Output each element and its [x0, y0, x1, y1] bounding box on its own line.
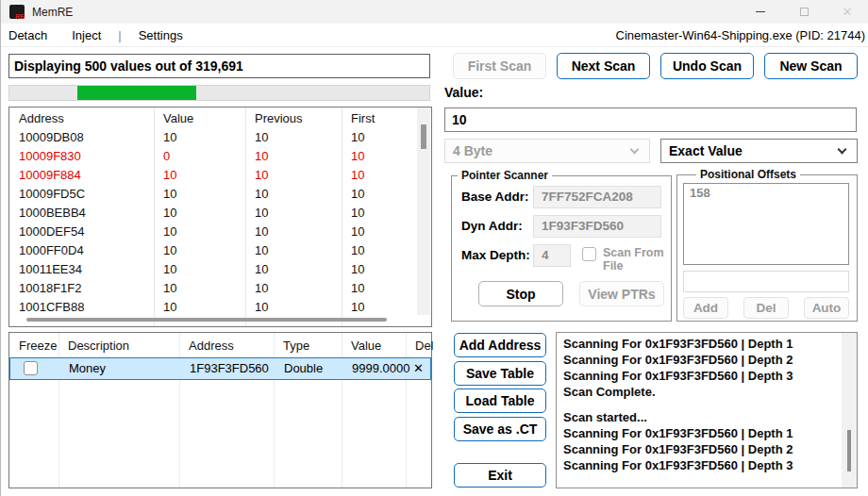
exit-button[interactable]: Exit [454, 463, 546, 488]
results-cell: 1000DEF54 [9, 223, 154, 241]
results-row[interactable]: 10009F83001010 [9, 147, 431, 166]
menu-item-detach[interactable]: Detach [5, 28, 51, 42]
results-cell: 10018F1F2 [9, 279, 154, 298]
results-row[interactable]: 1000BEBB4101010 [9, 204, 431, 223]
pointer-scanner-group: Pointer Scanner Base Addr: 7FF752FCA208 … [451, 175, 672, 322]
results-cell: 10 [154, 298, 245, 317]
value-label: Value: [444, 85, 483, 100]
scan-results-table[interactable]: Address Value Previous First 10009DB0810… [8, 107, 432, 327]
log-line: Scanning For 0x1F93F3FD560 | Depth 3 [563, 368, 850, 384]
log-line: Scanning For 0x1F93F3FD560 | Depth 2 [563, 352, 850, 368]
column-separator [245, 107, 246, 326]
delete-row-button[interactable]: ✕ [407, 358, 430, 379]
save-table-button[interactable]: Save Table [454, 361, 546, 386]
scan-from-file-checkbox[interactable] [582, 247, 596, 261]
scan-from-file-label: Scan From File [603, 246, 671, 273]
column-header-address: Address [9, 107, 154, 130]
results-cell: 1000FF0D4 [9, 241, 154, 260]
log-line: Scanning For 0x1F93F3FD560 | Depth 1 [563, 336, 850, 352]
maximize-button[interactable] [782, 0, 826, 24]
results-cell: 10 [154, 185, 245, 204]
scan-mode-dropdown[interactable]: Exact Value [660, 139, 858, 163]
column-header-value: Value [342, 333, 406, 358]
chevron-down-icon [838, 144, 847, 154]
results-cell: 10 [245, 260, 342, 279]
results-header: Address Value Previous First [9, 107, 431, 128]
results-cell: 10009F884 [9, 166, 154, 185]
freeze-checkbox[interactable] [24, 361, 38, 375]
column-separator [58, 333, 59, 488]
first-scan-button: First Scan [453, 53, 546, 79]
results-cell: 10 [245, 241, 342, 260]
dyn-addr-label: Dyn Addr: [461, 215, 523, 238]
results-cell: 10 [154, 279, 245, 298]
save-as-ct-button[interactable]: Save as .CT [454, 417, 546, 441]
results-horizontal-scrollbar[interactable] [26, 318, 387, 322]
results-row[interactable]: 10011EE34101010 [9, 260, 431, 279]
scan-log-box[interactable]: Scanning For 0x1F93F3FD560 | Depth 1Scan… [556, 332, 858, 488]
scrollbar-thumb[interactable] [847, 430, 851, 471]
offset-buttons: Add Del Auto [683, 297, 849, 319]
offset-input[interactable] [683, 271, 849, 292]
results-row[interactable]: 10009F884101010 [9, 166, 431, 185]
menubar: Detach Inject | Settings Cinemaster-Win6… [1, 24, 868, 47]
watch-table-row-selected[interactable]: Money 1F93F3FD560 Double 9999.0000 ✕ [9, 357, 431, 380]
menu-separator: | [118, 28, 121, 42]
cell-type: Double [275, 358, 342, 379]
results-row[interactable]: 1000DEF54101010 [9, 223, 431, 241]
max-depth-label: Max Depth: [461, 244, 530, 267]
minimize-button[interactable] [739, 0, 782, 24]
results-cell: 10 [245, 204, 342, 223]
results-vertical-scrollbar[interactable] [417, 107, 430, 315]
load-table-button[interactable]: Load Table [454, 389, 546, 413]
pointer-scanner-group-label: Pointer Scanner [458, 169, 552, 182]
value-input[interactable]: 10 [444, 107, 857, 132]
results-cell: 10009FD5C [9, 185, 154, 204]
results-body: 10009DB0810101010009F8300101010009F88410… [9, 128, 431, 317]
results-row[interactable]: 1000FF0D4101010 [9, 241, 431, 260]
attached-process-info: Cinemaster-Win64-Shipping.exe (PID: 2174… [616, 28, 865, 42]
results-cell: 10 [245, 279, 342, 298]
results-row[interactable]: 10009DB08101010 [9, 128, 431, 147]
next-scan-button[interactable]: Next Scan [557, 53, 650, 79]
column-header-type: Type [274, 333, 342, 358]
minimize-icon [756, 11, 765, 12]
log-line: Scan Complete. [563, 384, 850, 400]
results-row[interactable]: 1001CFB88101010 [9, 298, 431, 317]
add-offset-button[interactable]: Add [683, 297, 728, 319]
results-cell: 1001CFB88 [9, 298, 154, 317]
saved-address-table[interactable]: Freeze Description Address Type Value De… [8, 332, 432, 488]
dyn-addr-input: 1F93F3FD560 [533, 215, 661, 238]
menu-item-settings[interactable]: Settings [135, 28, 187, 42]
offsets-list[interactable]: 158 [683, 183, 849, 265]
log-line: Scan started... [563, 409, 850, 425]
new-scan-button[interactable]: New Scan [764, 53, 858, 79]
menu-item-inject[interactable]: Inject [68, 28, 105, 42]
app-window: RE MemRE ✕ Detach Inject | Settings Cine… [0, 0, 868, 496]
column-separator [342, 107, 342, 326]
results-cell: 10 [154, 166, 245, 185]
log-line [563, 400, 850, 409]
offset-item[interactable]: 158 [684, 184, 848, 202]
del-offset-button[interactable]: Del [743, 297, 789, 319]
results-cell: 10 [245, 147, 342, 166]
auto-offset-button[interactable]: Auto [804, 297, 849, 319]
stop-button[interactable]: Stop [478, 281, 563, 306]
value-type-dropdown: 4 Byte [444, 139, 650, 163]
log-vertical-scrollbar[interactable] [842, 333, 857, 488]
add-address-button[interactable]: Add Address [454, 333, 546, 357]
column-header-freeze: Freeze [9, 333, 58, 358]
results-row[interactable]: 10018F1F2101010 [9, 279, 431, 298]
scrollbar-thumb[interactable] [421, 124, 426, 149]
column-separator [179, 333, 180, 488]
log-line: Scanning For 0x1F93F3FD560 | Depth 2 [563, 441, 850, 457]
column-separator [154, 107, 155, 326]
results-row[interactable]: 10009FD5C101010 [9, 185, 431, 204]
cell-address: 1F93F3FD560 [180, 358, 275, 379]
column-header-del: Del [406, 333, 431, 358]
maximize-icon [800, 8, 809, 16]
close-button[interactable]: ✕ [826, 0, 868, 24]
scan-mode-selected: Exact Value [669, 140, 743, 162]
results-cell: 10011EE34 [9, 260, 154, 279]
undo-scan-button[interactable]: Undo Scan [660, 53, 754, 79]
